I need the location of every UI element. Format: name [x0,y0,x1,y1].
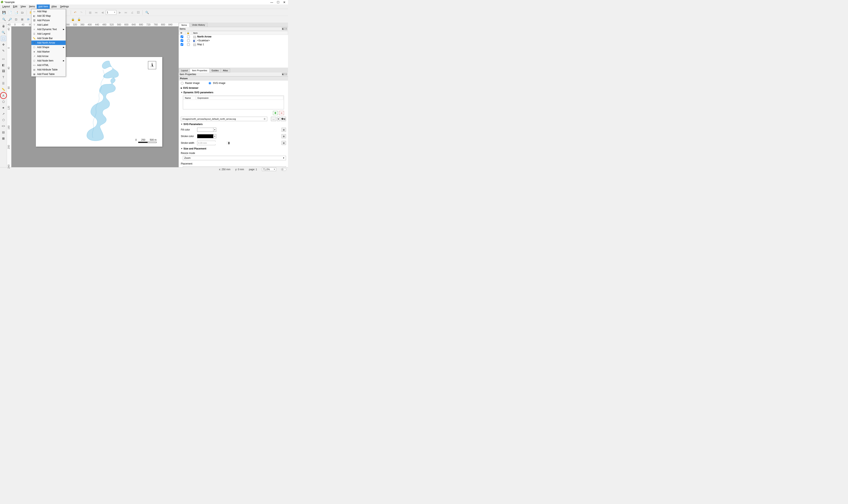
add-north-arrow-tool[interactable]: A [1,93,6,98]
dropdown-item-add-shape[interactable]: ⬠Add Shape▶ [31,45,66,50]
items-list[interactable]: 👁 🔒 Item North Arrow <Scalebar> [179,31,288,68]
add-3d-map-tool[interactable]: ◧ [1,62,6,68]
select-tool[interactable]: ⬚ [1,36,6,41]
dropdown-item-add-scale-bar[interactable]: 📏Add Scale Bar [31,36,66,40]
dropdown-item-add-map[interactable]: ▭Add Map [31,9,66,14]
lock-items-button[interactable]: 🔒 [70,17,75,22]
placement-select[interactable]: Top Left▼ [183,166,286,167]
menu-atlas[interactable]: Atlas [50,4,58,9]
pan-tool[interactable] [1,24,6,29]
fill-color-override[interactable]: ⊞ [281,128,286,132]
dropdown-item-add-3d-map[interactable]: ◧Add 3D Map [31,14,66,18]
raster-image-radio[interactable] [181,82,184,85]
dropdown-item-add-marker[interactable]: ★Add Marker [31,50,66,54]
dropdown-item-add-html[interactable]: <>Add HTML [31,63,66,67]
maximize-button[interactable]: ☐ [277,1,279,4]
add-legend-tool[interactable]: ☰ [1,80,6,86]
minimize-button[interactable]: — [270,1,273,4]
resize-mode-select[interactable]: Zoom▼ [183,156,286,160]
move-content-tool[interactable]: ✥ [1,42,6,47]
print-atlas-button[interactable]: 🖨 [129,10,135,15]
item-row-map1[interactable]: Map 1 [179,42,288,47]
add-attribute-table-tool[interactable]: ▤ [1,129,6,135]
locked-checkbox[interactable] [187,43,190,46]
locked-checkbox[interactable] [187,39,190,42]
dropdown-item-add-attribute-table[interactable]: ▤Add Attribute Table [31,67,66,72]
item-row-scalebar[interactable]: <Scalebar> [179,39,288,42]
next-feature-button[interactable]: ▶ [117,10,122,15]
add-shape-tool[interactable]: ⬠ [1,99,6,104]
dropdown-item-add-arrow[interactable]: ↗Add Arrow [31,54,66,58]
stroke-color-override[interactable]: ⊞ [281,134,286,138]
stroke-width-override[interactable]: ⊞ [281,141,286,145]
fill-color-dropdown[interactable]: ▼ [213,128,216,132]
export-atlas-button[interactable]: 🖼 [136,10,141,15]
dropdown-item-add-north-arrow[interactable]: AAdd North Arrow [31,40,66,45]
clear-path-icon[interactable]: ⊗ [263,118,265,120]
zoom-out-button[interactable]: 🔎 [7,17,13,22]
tab-atlas-props[interactable]: Atlas [221,68,230,72]
add-param-button[interactable]: ✚ [273,111,278,115]
atlas-preview-button[interactable]: ▦ [87,10,93,15]
scalebar-item[interactable]: 0 250 500 m [135,139,157,143]
first-feature-button[interactable]: ⏮ [93,10,99,15]
atlas-settings-button[interactable]: 🔍 [144,10,150,15]
stroke-color-dropdown[interactable]: ▼ [213,134,216,138]
menu-layout[interactable]: Layout [1,4,12,9]
menu-view[interactable]: View [19,4,28,9]
tab-undo-history[interactable]: Undo History [189,23,208,27]
undo-button[interactable]: ↶ [73,10,78,15]
menu-add-item[interactable]: Add Item [37,4,50,9]
atlas-page-combo[interactable]: 1▼ [106,10,116,15]
zoom-combo[interactable]: 71.0%▼ [262,167,276,171]
tab-layout-props[interactable]: Layout [179,68,190,72]
unlock-items-button[interactable]: 🔓 [76,17,82,22]
panel-undock-icon[interactable]: ◧ [282,28,284,30]
dropdown-item-add-node-item[interactable]: ⬡Add Node Item▶ [31,58,66,63]
svg-path-input[interactable] [181,117,267,121]
add-node-item-tool[interactable]: ⬡ [1,117,6,123]
visible-checkbox[interactable] [180,39,183,42]
remove-param-button[interactable]: ━ [279,111,284,115]
dropdown-item-add-legend[interactable]: ☰Add Legend [31,32,66,36]
new-layout-button[interactable]: 📄 [7,10,13,15]
panel-close-icon[interactable]: ✕ [285,73,287,75]
browse-path-button[interactable]: … [271,117,276,121]
locked-checkbox[interactable] [187,35,190,38]
size-placement-expander[interactable]: ▼Size and Placement [179,146,288,151]
add-fixed-table-tool[interactable]: ▦ [1,136,6,141]
add-arrow-tool[interactable]: ↗ [1,111,6,116]
browse-path-dropdown[interactable]: ▾ [277,117,280,121]
add-label-tool[interactable]: T [1,74,6,80]
svg-params-table[interactable]: NameExpression [183,95,284,109]
svg-browser-expander[interactable]: ▶SVG browser [179,86,288,90]
zoom-in-button[interactable]: 🔍 [1,17,6,22]
menu-items[interactable]: Items [28,4,37,9]
prev-feature-button[interactable]: ◀ [100,10,105,15]
data-defined-path-button[interactable]: �⊞ [281,117,286,121]
add-scalebar-tool[interactable]: 📏 [1,87,6,92]
fill-color-swatch[interactable] [197,128,213,132]
svg-image-radio[interactable] [209,82,211,85]
duplicate-layout-button[interactable]: 📑 [14,10,19,15]
add-picture-tool[interactable]: 🖼 [1,68,6,74]
add-html-tool[interactable]: <> [1,123,6,129]
svg-parameters-expander[interactable]: ▼SVG Parameters [179,122,288,126]
visible-checkbox[interactable] [180,43,183,46]
tab-guides[interactable]: Guides [209,68,221,72]
item-row-north-arrow[interactable]: North Arrow [179,35,288,39]
refresh-button[interactable]: ⟳ [26,17,31,22]
edit-nodes-tool[interactable]: ✎ [1,48,6,53]
dropdown-item-add-picture[interactable]: 🖼Add Picture [31,18,66,23]
last-feature-button[interactable]: ⏭ [123,10,128,15]
props-scroll-area[interactable]: Raster image SVG image ▶SVG browser ▼Dyn… [179,80,288,167]
dropdown-item-add-label[interactable]: TAdd Label [31,23,66,27]
map-item[interactable] [77,59,127,145]
stroke-width-spinbox[interactable]: ▲▼ [197,141,215,145]
add-map-tool[interactable]: ▭ [1,56,6,61]
zoom-full-button[interactable]: ⊡ [14,17,19,22]
redo-button[interactable]: ↷ [79,10,84,15]
close-button[interactable]: ✕ [283,1,285,4]
panel-close-icon[interactable]: ✕ [285,28,287,30]
dropdown-item-add-dynamic-text[interactable]: ≡Add Dynamic Text▶ [31,27,66,32]
